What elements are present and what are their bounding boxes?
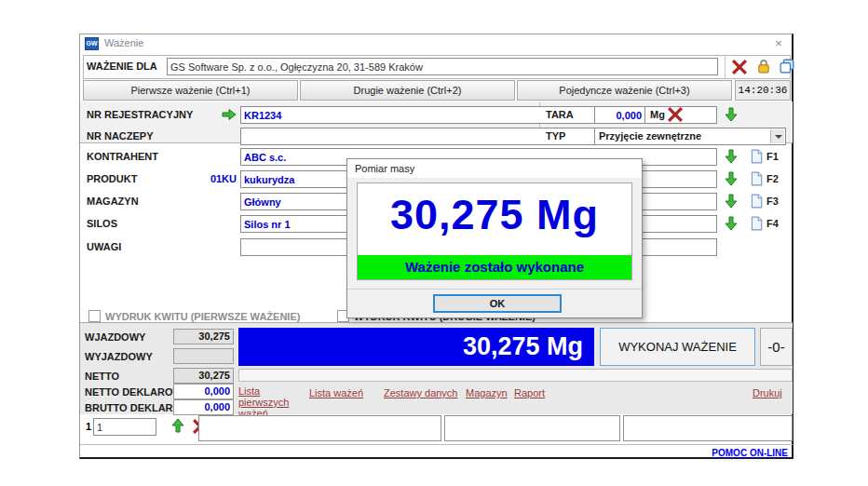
net-label: NETTO	[85, 371, 119, 382]
chevron-down-icon[interactable]	[770, 129, 784, 143]
silo-label: SILOS	[87, 218, 117, 229]
document-icon[interactable]	[749, 149, 764, 164]
datasets-link[interactable]: Zestawy danych	[384, 387, 457, 398]
document-icon[interactable]	[749, 216, 764, 231]
document-icon[interactable]	[749, 194, 764, 209]
weighing-for-label: WAŻENIE DLA	[87, 61, 157, 72]
pick-product-icon[interactable]	[724, 171, 739, 186]
current-row-arrow-icon	[222, 107, 237, 122]
weighing-for-input[interactable]	[167, 58, 718, 75]
clear-icon[interactable]	[732, 60, 747, 74]
declared-gross-input[interactable]: 0,000	[173, 399, 234, 415]
perform-weighing-button[interactable]: WYKONAJ WAŻENIE	[600, 328, 755, 366]
print-receipt-first-label: WYDRUK KWITU (PIERWSZE WAŻENIE)	[105, 311, 300, 322]
clock-display: 14:20:36	[735, 80, 791, 101]
declared-net-input[interactable]: 0,000	[173, 384, 234, 399]
dialog-divider	[347, 289, 642, 290]
copy-icon[interactable]	[780, 59, 794, 74]
document-icon[interactable]	[749, 171, 764, 186]
pick-warehouse-icon[interactable]	[724, 194, 739, 209]
tab-single-weighing[interactable]: Pojedyncze ważenie (Ctrl+3)	[517, 80, 732, 101]
trailer-number-label: NR NACZEPY	[87, 130, 154, 142]
type-dropdown[interactable]: Przyjęcie zewnętrzne	[594, 128, 786, 145]
queue-panel-1	[198, 415, 441, 441]
lock-icon[interactable]	[756, 59, 771, 74]
online-help-link[interactable]: POMOC ON-LINE	[637, 448, 788, 458]
dialog-title: Pomiar masy	[347, 159, 642, 178]
tara-input[interactable]	[594, 106, 645, 124]
app-icon: GW	[85, 37, 99, 50]
statusbar-divider	[80, 444, 793, 445]
tara-label: TARA	[546, 109, 574, 120]
status-strip	[238, 369, 793, 382]
print-receipt-first-checkbox[interactable]	[88, 310, 101, 322]
product-fkey-label: F2	[766, 173, 779, 184]
row-number-input[interactable]	[93, 418, 156, 436]
silo-fkey-label: F4	[766, 218, 779, 229]
product-code: 01KU	[192, 173, 237, 184]
tab-second-weighing[interactable]: Drugie ważenie (Ctrl+2)	[300, 80, 515, 101]
mass-panel: 30,275 Mg Ważenie zostało wykonane	[357, 182, 632, 280]
inbound-label: WJAZDOWY	[85, 331, 145, 343]
queue-panel-2	[444, 415, 620, 441]
outbound-value	[173, 348, 234, 364]
product-label: PRODUKT	[87, 173, 137, 184]
mass-measurement-dialog: Pomiar masy 30,275 Mg Ważenie zostało wy…	[346, 158, 643, 318]
window-title: Ważenie	[104, 37, 143, 48]
remarks-label: UWAGI	[87, 241, 121, 252]
contractor-label: KONTRAHENT	[87, 151, 158, 162]
outbound-label: WYJAZDOWY	[85, 351, 153, 362]
queue-panel-3	[623, 415, 793, 441]
contractor-fkey-label: F1	[766, 151, 779, 162]
warehouse-link[interactable]: Magazyn	[466, 387, 508, 398]
report-link[interactable]: Raport	[514, 387, 545, 398]
close-icon[interactable]: ×	[768, 35, 789, 51]
desktop: GW Ważenie × WAŻENIE DLA Pierwsze ważeni…	[0, 0, 868, 486]
first-weighings-list-link[interactable]: Lista pierwszych ważeń	[238, 385, 307, 419]
pick-silo-icon[interactable]	[724, 216, 739, 231]
title-bar: GW Ważenie ×	[80, 34, 792, 53]
warehouse-fkey-label: F3	[766, 196, 779, 207]
print-link[interactable]: Drukuj	[753, 387, 782, 398]
row-number-label: 1	[86, 421, 91, 432]
type-dropdown-value: Przyjęcie zewnętrzne	[599, 130, 701, 142]
header-divider	[725, 56, 726, 78]
clear-tara-icon[interactable]	[668, 107, 683, 122]
pick-vehicle-icon[interactable]	[724, 107, 739, 122]
weighings-list-link[interactable]: Lista ważeń	[309, 387, 363, 398]
ok-button[interactable]: OK	[433, 294, 562, 313]
weight-display: 30,275 Mg	[238, 328, 594, 366]
inbound-value: 30,275	[173, 329, 234, 344]
registration-number-input[interactable]	[240, 106, 717, 124]
mass-value: 30,275 Mg	[358, 191, 631, 239]
warehouse-label: MAGAZYN	[87, 196, 139, 207]
tab-first-weighing[interactable]: Pierwsze ważenie (Ctrl+1)	[83, 80, 298, 101]
tara-unit-label: Mg	[650, 109, 665, 120]
weighing-done-banner: Ważenie zostało wykonane	[358, 255, 631, 279]
net-value: 30,275	[173, 368, 234, 384]
submit-up-icon[interactable]	[170, 418, 185, 433]
pick-contractor-icon[interactable]	[724, 149, 739, 164]
registration-number-label: NR REJESTRACYJNY	[87, 109, 193, 120]
type-label: TYP	[546, 130, 565, 142]
zero-scale-button[interactable]: -0-	[760, 328, 793, 366]
